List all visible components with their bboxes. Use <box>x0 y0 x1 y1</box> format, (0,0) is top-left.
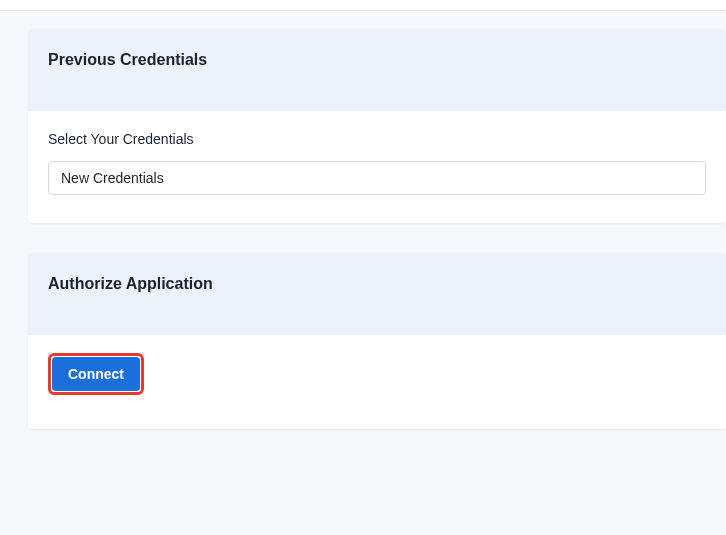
authorize-application-title: Authorize Application <box>48 275 706 293</box>
connect-button-highlight: Connect <box>48 353 144 395</box>
top-divider <box>0 0 726 11</box>
credentials-select-wrapper: New Credentials <box>48 161 706 195</box>
previous-credentials-header: Previous Credentials <box>28 29 726 111</box>
previous-credentials-title: Previous Credentials <box>48 51 706 69</box>
authorize-application-header: Authorize Application <box>28 253 726 335</box>
credentials-select[interactable]: New Credentials <box>48 161 706 195</box>
previous-credentials-body: Select Your Credentials New Credentials <box>28 111 726 223</box>
connect-button[interactable]: Connect <box>52 357 140 391</box>
credentials-select-value: New Credentials <box>61 170 164 186</box>
authorize-application-body: Connect <box>28 335 726 429</box>
select-credentials-label: Select Your Credentials <box>48 131 706 147</box>
previous-credentials-card: Previous Credentials Select Your Credent… <box>28 29 726 223</box>
main-container: Previous Credentials Select Your Credent… <box>0 11 726 429</box>
authorize-application-card: Authorize Application Connect <box>28 253 726 429</box>
